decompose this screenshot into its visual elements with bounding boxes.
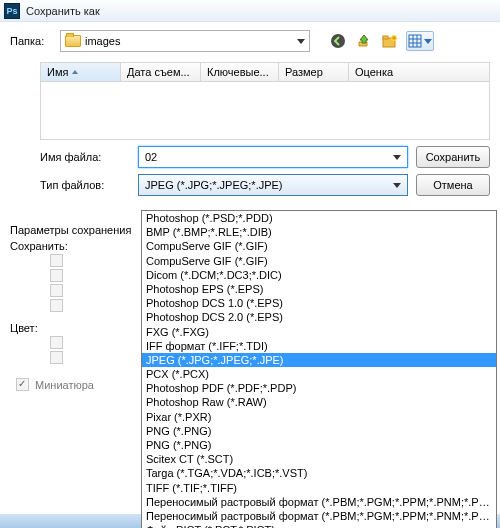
svg-rect-4 [409, 35, 421, 47]
view-menu-button[interactable] [406, 31, 434, 51]
checkbox [50, 336, 63, 349]
filetype-option[interactable]: Photoshop EPS (*.EPS) [142, 282, 496, 296]
filetype-option[interactable]: FXG (*.FXG) [142, 325, 496, 339]
filetype-option[interactable]: JPEG (*.JPG;*.JPEG;*.JPE) [142, 353, 496, 367]
filetype-option[interactable]: Pixar (*.PXR) [142, 410, 496, 424]
checkbox [50, 299, 63, 312]
app-icon: Ps [4, 3, 20, 19]
column-rating[interactable]: Оценка [349, 63, 489, 81]
back-icon [330, 33, 346, 49]
thumbnail-checkbox [16, 378, 29, 391]
checkbox [50, 351, 63, 364]
column-date[interactable]: Дата съем... [121, 63, 201, 81]
filetype-row: Тип файлов: JPEG (*.JPG;*.JPEG;*.JPE) От… [0, 174, 500, 202]
filetype-option[interactable]: Photoshop DCS 2.0 (*.EPS) [142, 310, 496, 324]
filename-input[interactable]: 02 [138, 146, 408, 168]
params-color-label: Цвет: [10, 322, 131, 334]
filename-row: Имя файла: 02 Сохранить [0, 140, 500, 174]
filetype-option[interactable]: Targa (*.TGA;*.VDA;*.ICB;*.VST) [142, 466, 496, 480]
chevron-down-icon [297, 39, 305, 44]
folder-combo[interactable]: images [60, 30, 310, 52]
checkbox [50, 269, 63, 282]
cancel-button[interactable]: Отмена [416, 174, 490, 196]
titlebar: Ps Сохранить как [0, 0, 500, 22]
chevron-down-icon [393, 183, 401, 188]
thumbnail-label: Миниатюра [35, 379, 94, 391]
filename-value: 02 [145, 151, 157, 163]
new-folder-button[interactable] [380, 31, 400, 51]
folder-row: Папка: images [0, 22, 500, 58]
filetype-option[interactable]: IFF формат (*.IFF;*.TDI) [142, 339, 496, 353]
chevron-down-icon [393, 155, 401, 160]
column-keywords[interactable]: Ключевые... [201, 63, 279, 81]
folder-toolbar [328, 31, 434, 51]
filetype-option[interactable]: Photoshop PDF (*.PDF;*.PDP) [142, 381, 496, 395]
params-save-label: Сохранить: [10, 240, 131, 252]
filetype-label: Тип файлов: [10, 179, 130, 191]
filetype-option[interactable]: TIFF (*.TIF;*.TIFF) [142, 481, 496, 495]
filetype-option[interactable]: Dicom (*.DCM;*.DC3;*.DIC) [142, 268, 496, 282]
folder-value: images [85, 35, 120, 47]
filetype-option[interactable]: Переносимый растровый формат (*.PBM;*.PG… [142, 509, 496, 523]
filetype-option[interactable]: PCX (*.PCX) [142, 367, 496, 381]
up-icon [356, 33, 372, 49]
up-button[interactable] [354, 31, 374, 51]
column-name[interactable]: Имя [41, 63, 121, 81]
filetype-option[interactable]: Photoshop (*.PSD;*.PDD) [142, 211, 496, 225]
filetype-option[interactable]: PNG (*.PNG) [142, 438, 496, 452]
filetype-option[interactable]: PNG (*.PNG) [142, 424, 496, 438]
checkbox [50, 254, 63, 267]
column-size[interactable]: Размер [279, 63, 349, 81]
params-title: Параметры сохранения [10, 224, 131, 236]
back-button[interactable] [328, 31, 348, 51]
new-folder-icon [382, 33, 398, 49]
file-list-body[interactable] [40, 82, 490, 140]
filetype-option[interactable]: Scitex CT (*.SCT) [142, 452, 496, 466]
filetype-option[interactable]: Photoshop Raw (*.RAW) [142, 395, 496, 409]
filetype-option[interactable]: CompuServe GIF (*.GIF) [142, 254, 496, 268]
save-button[interactable]: Сохранить [416, 146, 490, 168]
filetype-option[interactable]: Photoshop DCS 1.0 (*.EPS) [142, 296, 496, 310]
checkbox [50, 284, 63, 297]
window-title: Сохранить как [26, 5, 100, 17]
filetype-dropdown[interactable]: Photoshop (*.PSD;*.PDD)BMP (*.BMP;*.RLE;… [141, 210, 497, 528]
sort-asc-icon [72, 70, 78, 74]
filetype-combo[interactable]: JPEG (*.JPG;*.JPEG;*.JPE) [138, 174, 408, 196]
filetype-option[interactable]: Переносимый растровый формат (*.PBM;*.PG… [142, 495, 496, 509]
view-icon [408, 34, 422, 48]
folder-icon [65, 35, 81, 47]
svg-rect-2 [383, 36, 388, 39]
filetype-option[interactable]: Файл PICT (*.PCT;*.PICT) [142, 523, 496, 528]
filename-label: Имя файла: [10, 151, 130, 163]
filetype-option[interactable]: BMP (*.BMP;*.RLE;*.DIB) [142, 225, 496, 239]
svg-point-0 [331, 34, 345, 48]
filetype-option[interactable]: CompuServe GIF (*.GIF) [142, 239, 496, 253]
save-params: Параметры сохранения Сохранить: Цвет: Ми… [0, 224, 141, 393]
chevron-down-icon [424, 39, 432, 44]
filetype-value: JPEG (*.JPG;*.JPEG;*.JPE) [145, 179, 283, 191]
file-list-header: Имя Дата съем... Ключевые... Размер Оцен… [40, 62, 490, 82]
folder-label: Папка: [10, 35, 52, 47]
